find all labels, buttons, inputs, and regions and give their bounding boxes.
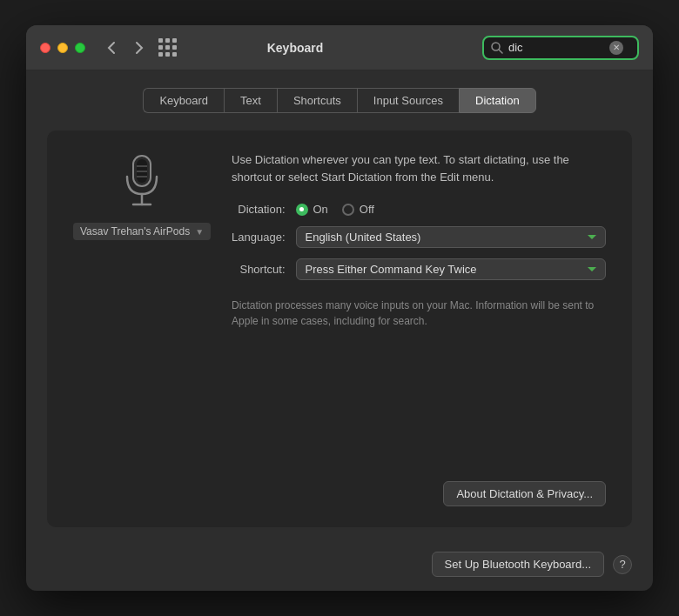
settings-grid: Dictation: On Off (232, 203, 606, 280)
language-dropdown[interactable]: English (United States) (296, 226, 607, 248)
mic-icon (116, 151, 168, 212)
keyboard-window: Keyboard ✕ Keyboard Text Shortcuts Input… (26, 25, 653, 591)
chevron-down-icon: ▼ (195, 227, 204, 237)
traffic-lights (40, 43, 85, 53)
dictation-on-option[interactable]: On (296, 203, 328, 216)
description-section: Use Dictation wherever you can type text… (232, 151, 606, 329)
tabs: Keyboard Text Shortcuts Input Sources Di… (47, 88, 632, 113)
window-title: Keyboard (108, 41, 482, 55)
mic-device-selector[interactable]: Vasav Trehan's AirPods ▼ (73, 223, 211, 240)
tab-text[interactable]: Text (224, 88, 277, 113)
dictation-on-label: On (313, 203, 328, 216)
description-text: Use Dictation wherever you can type text… (232, 151, 606, 185)
dictation-radio-group: On Off (296, 203, 374, 216)
dictation-off-radio[interactable] (342, 204, 354, 216)
mic-device-name: Vasav Trehan's AirPods (80, 225, 190, 238)
search-bar: ✕ (482, 36, 639, 60)
help-button[interactable]: ? (613, 555, 632, 574)
dictation-on-radio[interactable] (296, 204, 308, 216)
mic-section: Vasav Trehan's AirPods ▼ (73, 151, 211, 240)
privacy-note: Dictation processes many voice inputs on… (232, 298, 606, 329)
setup-bluetooth-button[interactable]: Set Up Bluetooth Keyboard... (432, 552, 604, 577)
language-label: Language: (232, 231, 285, 244)
maximize-button[interactable] (75, 43, 85, 53)
content-area: Keyboard Text Shortcuts Input Sources Di… (26, 70, 653, 541)
tab-shortcuts[interactable]: Shortcuts (277, 88, 357, 113)
titlebar: Keyboard ✕ (26, 25, 653, 70)
privacy-button[interactable]: About Dictation & Privacy... (443, 481, 606, 506)
tab-dictation[interactable]: Dictation (459, 88, 536, 113)
shortcut-dropdown-arrow (588, 267, 596, 271)
language-value: English (United States) (306, 231, 582, 244)
panel-top: Vasav Trehan's AirPods ▼ Use Dictation w… (73, 151, 606, 329)
shortcut-label: Shortcut: (232, 263, 285, 276)
svg-line-1 (499, 50, 502, 53)
shortcut-value: Press Either Command Key Twice (306, 263, 582, 276)
close-button[interactable] (40, 43, 50, 53)
tab-input-sources[interactable]: Input Sources (357, 88, 459, 113)
minimize-button[interactable] (57, 43, 68, 53)
tab-keyboard[interactable]: Keyboard (143, 88, 224, 113)
dictation-off-option[interactable]: Off (342, 203, 374, 216)
language-dropdown-arrow (588, 235, 596, 239)
dictation-toggle: On Off (296, 203, 607, 216)
search-input[interactable] (508, 41, 604, 54)
dictation-off-label: Off (360, 203, 374, 216)
dictation-panel: Vasav Trehan's AirPods ▼ Use Dictation w… (47, 131, 632, 527)
dictation-label: Dictation: (232, 203, 285, 216)
footer: Set Up Bluetooth Keyboard... ? (26, 541, 653, 591)
search-clear-button[interactable]: ✕ (609, 41, 623, 55)
search-icon (491, 42, 503, 54)
panel-bottom: About Dictation & Privacy... (73, 467, 606, 506)
shortcut-dropdown[interactable]: Press Either Command Key Twice (296, 258, 607, 280)
